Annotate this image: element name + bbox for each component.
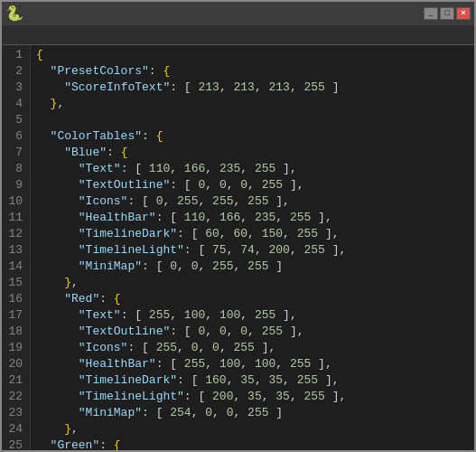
code-line: "Text": [ 255, 100, 100, 255 ],: [36, 307, 469, 324]
line-number: 3: [5, 80, 23, 96]
menu-help[interactable]: [72, 34, 78, 36]
code-line: "TextOutline": [ 0, 0, 0, 255 ],: [36, 177, 469, 193]
code-line: },: [36, 96, 469, 112]
line-number: 2: [5, 63, 23, 80]
line-number: 8: [5, 161, 23, 177]
menu-bar: [2, 25, 474, 45]
code-line: "MiniMap": [ 254, 0, 0, 255 ]: [36, 405, 469, 421]
app-icon: 🐍: [5, 5, 23, 23]
code-line: "TimelineDark": [ 60, 60, 150, 255 ],: [36, 226, 469, 242]
line-number: 15: [5, 275, 23, 291]
title-bar: 🐍 _ □ ×: [2, 2, 474, 25]
code-line: "Icons": [ 255, 0, 0, 255 ],: [36, 340, 469, 356]
line-number: 14: [5, 259, 23, 275]
main-window: 🐍 _ □ × 12345678910111213141516171819202…: [0, 0, 476, 452]
code-line: "TextOutline": [ 0, 0, 0, 255 ],: [36, 324, 469, 340]
line-number: 1: [5, 47, 23, 63]
line-number: 12: [5, 226, 23, 242]
menu-file[interactable]: [7, 34, 13, 36]
code-line: "Green": {: [36, 438, 469, 450]
line-number: 18: [5, 324, 23, 340]
line-number: 4: [5, 96, 23, 112]
code-line: "TimelineLight": [ 200, 35, 35, 255 ],: [36, 389, 469, 405]
line-number: 6: [5, 128, 23, 145]
line-number: 20: [5, 356, 23, 372]
code-line: },: [36, 421, 469, 438]
code-editor[interactable]: { "PresetColors": { "ScoreInfoText": [ 2…: [31, 45, 474, 450]
line-number: 9: [5, 177, 23, 193]
maximize-button[interactable]: □: [440, 7, 454, 20]
code-line: "HealthBar": [ 110, 166, 235, 255 ],: [36, 210, 469, 226]
code-line: "PresetColors": {: [36, 63, 469, 80]
line-number: 11: [5, 210, 23, 226]
code-line: "ScoreInfoText": [ 213, 213, 213, 255 ]: [36, 80, 469, 96]
line-number: 21: [5, 372, 23, 389]
window-controls: _ □ ×: [424, 7, 474, 20]
code-line: {: [36, 47, 469, 63]
line-number: 5: [5, 112, 23, 128]
minimize-button[interactable]: _: [424, 7, 438, 20]
close-button[interactable]: ×: [456, 7, 471, 20]
code-line: "ColorTables": {: [36, 128, 469, 145]
code-line: [36, 112, 469, 128]
line-number: 25: [5, 438, 23, 450]
line-number: 23: [5, 405, 23, 421]
line-number: 17: [5, 307, 23, 324]
code-line: "Text": [ 110, 166, 235, 255 ],: [36, 161, 469, 177]
code-line: "HealthBar": [ 255, 100, 100, 255 ],: [36, 356, 469, 372]
line-number: 22: [5, 389, 23, 405]
line-number: 24: [5, 421, 23, 438]
code-line: "TimelineLight": [ 75, 74, 200, 255 ],: [36, 242, 469, 259]
code-line: },: [36, 275, 469, 291]
code-line: "TimelineDark": [ 160, 35, 35, 255 ],: [36, 372, 469, 389]
line-number: 10: [5, 193, 23, 210]
line-number: 7: [5, 145, 23, 161]
code-line: "MiniMap": [ 0, 0, 255, 255 ]: [36, 259, 469, 275]
line-number: 13: [5, 242, 23, 259]
menu-edit[interactable]: [23, 34, 29, 36]
editor-area: 1234567891011121314151617181920212223242…: [2, 45, 474, 450]
menu-options[interactable]: [56, 34, 61, 36]
code-line: "Blue": {: [36, 145, 469, 161]
line-number: 16: [5, 291, 23, 307]
code-line: "Icons": [ 0, 255, 255, 255 ],: [36, 193, 469, 210]
menu-search[interactable]: [40, 34, 45, 36]
code-line: "Red": {: [36, 291, 469, 307]
line-numbers: 1234567891011121314151617181920212223242…: [2, 45, 31, 450]
line-number: 19: [5, 340, 23, 356]
